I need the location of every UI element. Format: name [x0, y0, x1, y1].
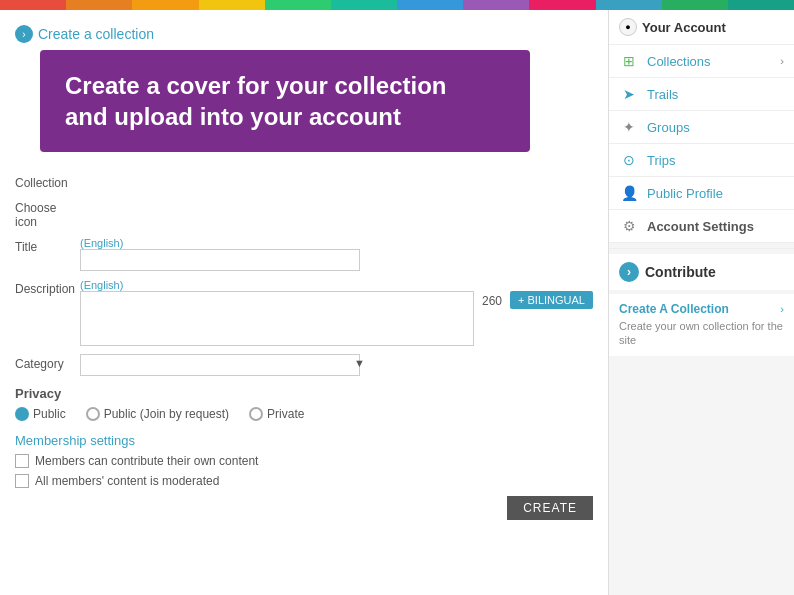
checkbox-row-2: All members' content is moderated	[15, 474, 593, 488]
groups-icon: ✦	[619, 119, 639, 135]
membership-title: Membership settings	[15, 433, 593, 448]
form-section: Collection Choose icon Title (English) D…	[15, 173, 593, 520]
bilingual-button[interactable]: + BILINGUAL	[510, 291, 593, 309]
privacy-public[interactable]: Public	[15, 407, 66, 421]
groups-label: Groups	[647, 120, 784, 135]
tooltip-text: Create a cover for your collection and u…	[65, 72, 446, 130]
privacy-row: Public Public (Join by request) Private	[15, 407, 593, 421]
choose-icon-row: Choose icon	[15, 198, 593, 229]
trails-label: Trails	[647, 87, 784, 102]
contribute-item-desc-0: Create your own collection for the site	[619, 319, 784, 348]
right-sidebar: ● Your Account ⊞ Collections › ➤ Trails …	[609, 10, 794, 595]
page-header: › Create a collection	[15, 20, 593, 43]
contribute-item-label-0: Create A Collection	[619, 302, 729, 316]
trips-icon: ⊙	[619, 152, 639, 168]
collections-label: Collections	[647, 54, 780, 69]
trips-label: Trips	[647, 153, 784, 168]
privacy-private-label: Private	[267, 407, 304, 421]
contribute-title: Contribute	[645, 264, 716, 280]
color-bar	[0, 0, 794, 10]
sidebar-item-account-settings[interactable]: ⚙ Account Settings	[609, 210, 794, 243]
privacy-join-label: Public (Join by request)	[104, 407, 229, 421]
left-panel: Create a cover for your collection and u…	[0, 10, 609, 595]
title-input[interactable]	[80, 249, 360, 271]
account-settings-icon: ⚙	[619, 218, 639, 234]
description-hint: (English)	[80, 279, 593, 291]
sidebar-item-trips[interactable]: ⊙ Trips	[609, 144, 794, 177]
your-account-header: ● Your Account	[609, 10, 794, 45]
description-textarea[interactable]	[80, 291, 474, 346]
sidebar-item-public-profile[interactable]: 👤 Public Profile	[609, 177, 794, 210]
your-account-icon: ●	[619, 18, 637, 36]
contribute-circle-icon: ›	[619, 262, 639, 282]
radio-public-icon	[15, 407, 29, 421]
checkbox-1-label: Members can contribute their own content	[35, 454, 258, 468]
contribute-item-header-0: Create A Collection ›	[619, 302, 784, 316]
checkbox-2-label: All members' content is moderated	[35, 474, 219, 488]
title-row: Title (English)	[15, 237, 593, 271]
public-profile-label: Public Profile	[647, 186, 784, 201]
account-settings-label: Account Settings	[647, 219, 784, 234]
your-account-title: Your Account	[642, 20, 726, 35]
privacy-public-label: Public	[33, 407, 66, 421]
char-count: 260	[482, 291, 502, 308]
tooltip-overlay: Create a cover for your collection and u…	[40, 50, 530, 152]
privacy-private[interactable]: Private	[249, 407, 304, 421]
contribute-section: › Contribute Create A Collection › Creat…	[609, 254, 794, 356]
sidebar-item-collections[interactable]: ⊞ Collections ›	[609, 45, 794, 78]
create-btn-row: CREATE	[15, 496, 593, 520]
contribute-item-arrow-0: ›	[780, 303, 784, 315]
public-profile-icon: 👤	[619, 185, 639, 201]
divider	[609, 248, 794, 249]
category-select-wrap: ▼	[80, 354, 593, 376]
privacy-join[interactable]: Public (Join by request)	[86, 407, 229, 421]
title-label: Title	[15, 237, 80, 254]
header-circle-icon: ›	[15, 25, 33, 43]
description-label: Description	[15, 279, 80, 296]
radio-private-icon	[249, 407, 263, 421]
radio-join-icon	[86, 407, 100, 421]
trails-icon: ➤	[619, 86, 639, 102]
title-hint: (English)	[80, 237, 593, 249]
collections-icon: ⊞	[619, 53, 639, 69]
checkbox-row-1: Members can contribute their own content	[15, 454, 593, 468]
contribute-header: › Contribute	[609, 254, 794, 290]
category-row: Category ▼	[15, 354, 593, 376]
privacy-title: Privacy	[15, 386, 593, 401]
category-select[interactable]	[80, 354, 360, 376]
description-row: Description (English) 260 + BILINGUAL	[15, 279, 593, 346]
create-button[interactable]: CREATE	[507, 496, 593, 520]
collection-label: Collection	[15, 173, 80, 190]
contribute-item-0[interactable]: Create A Collection › Create your own co…	[609, 294, 794, 356]
collections-arrow-icon: ›	[780, 55, 784, 67]
choose-label: Choose icon	[15, 198, 80, 229]
collection-row: Collection	[15, 173, 593, 190]
sidebar-item-trails[interactable]: ➤ Trails	[609, 78, 794, 111]
checkbox-1[interactable]	[15, 454, 29, 468]
checkbox-2[interactable]	[15, 474, 29, 488]
page-title: Create a collection	[38, 26, 154, 42]
sidebar-item-groups[interactable]: ✦ Groups	[609, 111, 794, 144]
category-label: Category	[15, 354, 80, 371]
